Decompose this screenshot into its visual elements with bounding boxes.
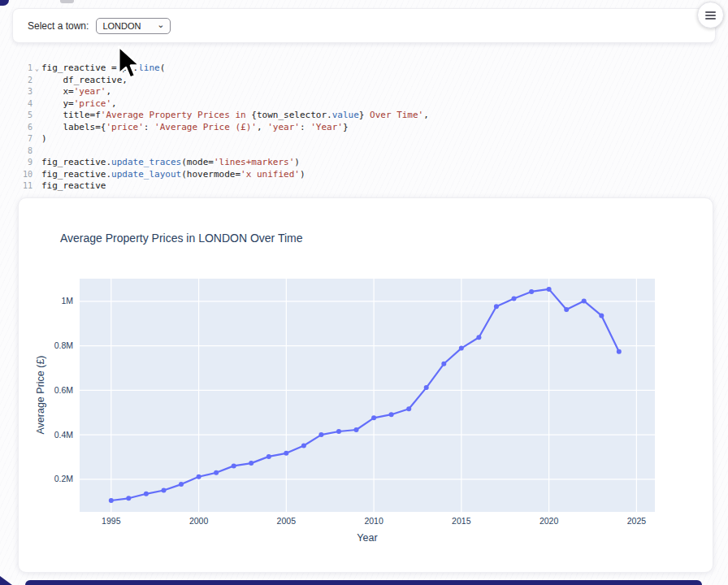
data-point[interactable]: [371, 415, 376, 420]
code-token: fig_reactive.: [41, 157, 111, 167]
code-text: labels={'price': 'Average Price (£)', 'y…: [41, 122, 717, 134]
code-token: (: [160, 63, 166, 73]
code-token: fig_reactive.: [41, 169, 111, 180]
data-point[interactable]: [494, 304, 499, 309]
y-tick-label: 0.4M: [54, 430, 73, 440]
code-token: update_traces: [111, 157, 181, 167]
notebook-menu-button[interactable]: [697, 2, 724, 28]
code-line[interactable]: 4 y='price',: [11, 98, 717, 110]
data-point[interactable]: [126, 496, 131, 500]
code-text: ): [41, 133, 717, 145]
fold-spacer: [32, 86, 41, 98]
code-line[interactable]: 5 title=f'Average Property Prices in {to…: [11, 110, 717, 122]
data-point[interactable]: [318, 432, 323, 437]
fold-spacer: [32, 145, 41, 158]
data-point[interactable]: [512, 297, 517, 301]
code-token: value: [332, 110, 359, 120]
fold-spacer: [32, 75, 41, 87]
code-line[interactable]: 10fig_reactive.update_layout(hovermode='…: [11, 169, 717, 181]
data-point[interactable]: [179, 482, 184, 487]
data-point[interactable]: [476, 335, 481, 340]
fold-chevron-icon[interactable]: ⌄: [32, 63, 41, 75]
fold-spacer: [32, 98, 41, 110]
code-token: 'year': [267, 122, 300, 132]
data-point[interactable]: [301, 444, 306, 448]
data-point[interactable]: [617, 349, 622, 354]
code-line[interactable]: 3 x='year',: [11, 86, 717, 98]
data-point[interactable]: [162, 488, 167, 493]
fold-spacer: [32, 169, 41, 181]
x-tick-label: 2020: [540, 516, 559, 526]
data-point[interactable]: [232, 463, 236, 468]
code-line[interactable]: 8: [11, 145, 717, 158]
code-token: ): [300, 169, 306, 180]
code-token: y=: [41, 98, 74, 109]
cutoff-scroll-tab: [60, 0, 74, 3]
data-point[interactable]: [424, 385, 429, 390]
data-point[interactable]: [389, 412, 394, 417]
data-point[interactable]: [459, 346, 464, 351]
code-line[interactable]: 7): [11, 133, 717, 145]
x-tick-label: 2000: [189, 516, 209, 526]
x-tick-label: 1995: [102, 516, 121, 526]
price-line-chart[interactable]: 19952000200520102015202020250.2M0.4M0.6M…: [19, 198, 713, 560]
line-number: 5: [11, 110, 32, 122]
code-token: (mode=: [181, 157, 214, 167]
code-token: 'Average Property Prices in: [101, 110, 251, 120]
code-token: labels={: [41, 122, 106, 132]
town-selector-label: Select a town:: [28, 20, 89, 32]
code-token: ): [41, 133, 47, 144]
code-line[interactable]: 6 labels={'price': 'Average Price (£)', …: [11, 122, 717, 134]
code-token: title=f: [41, 110, 101, 120]
code-token: 'year': [74, 86, 106, 97]
code-token: :: [144, 122, 154, 132]
data-point[interactable]: [582, 298, 587, 303]
code-token: fig_reactive: [41, 180, 106, 191]
code-token: 'x unified': [240, 169, 300, 180]
data-point[interactable]: [197, 474, 202, 479]
line-number: 6: [11, 122, 32, 134]
data-point[interactable]: [564, 307, 569, 312]
code-token: {town_selector.: [251, 110, 332, 120]
data-point[interactable]: [529, 289, 534, 294]
town-selector-panel: Select a town: LONDON ⌄: [12, 8, 716, 43]
plot-area[interactable]: [80, 279, 655, 512]
code-token: ): [294, 157, 300, 167]
code-token: :: [300, 122, 310, 132]
data-point[interactable]: [144, 492, 149, 496]
code-token: }: [343, 122, 349, 132]
data-point[interactable]: [406, 406, 411, 411]
code-token: 'lines+markers': [214, 157, 294, 167]
data-point[interactable]: [336, 429, 341, 434]
fold-spacer: [32, 180, 41, 193]
code-token: 'price': [74, 98, 111, 109]
y-axis-title: Average Price (£): [35, 355, 46, 434]
town-select-dropdown[interactable]: LONDON ⌄: [96, 18, 171, 34]
y-tick-label: 1M: [61, 296, 73, 306]
line-number: 3: [11, 86, 32, 98]
data-point[interactable]: [599, 313, 604, 318]
line-number: 4: [11, 98, 32, 110]
code-token: ,: [111, 98, 117, 109]
data-point[interactable]: [441, 362, 446, 366]
marimo-notebook-page: { "widget_panel": { "label": "Select a t…: [0, 0, 728, 585]
code-line[interactable]: 9fig_reactive.update_traces(mode='lines+…: [11, 157, 717, 169]
fold-spacer: [32, 122, 41, 134]
code-token: (hovermode=: [181, 169, 240, 180]
data-point[interactable]: [266, 454, 271, 459]
line-number: 2: [11, 75, 32, 87]
code-token: ,: [106, 86, 112, 97]
data-point[interactable]: [249, 461, 254, 466]
data-point[interactable]: [284, 451, 288, 456]
code-token: update_layout: [111, 169, 181, 180]
code-token: ,: [257, 122, 267, 132]
code-line[interactable]: 11fig_reactive: [11, 180, 717, 193]
code-token: Over Time': [364, 110, 423, 120]
fold-spacer: [32, 157, 41, 169]
data-point[interactable]: [547, 287, 552, 292]
data-point[interactable]: [109, 498, 114, 503]
data-point[interactable]: [214, 470, 219, 475]
x-tick-label: 2025: [627, 516, 647, 526]
code-text: title=f'Average Property Prices in {town…: [41, 110, 717, 122]
data-point[interactable]: [354, 427, 359, 432]
